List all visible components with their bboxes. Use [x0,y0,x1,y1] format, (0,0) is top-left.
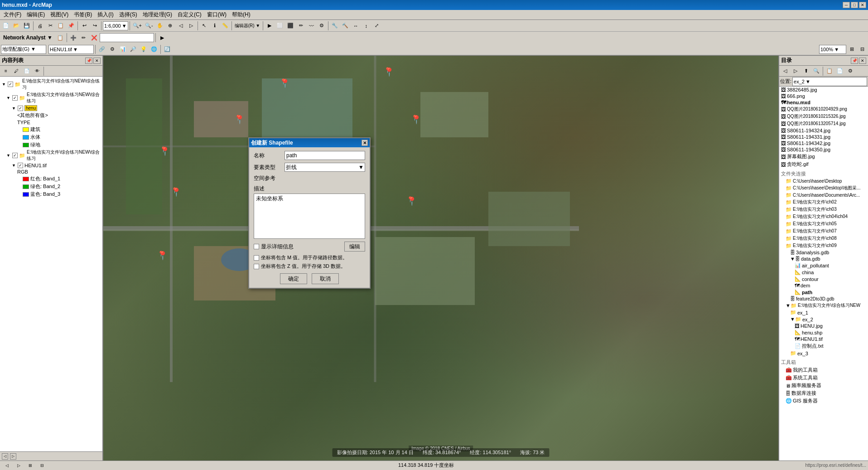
misc-btn6[interactable]: ⚙ [317,21,327,31]
cat-btn2[interactable]: ▷ [791,66,800,76]
cat-henu1-tif[interactable]: 🗺 HENU1.tif [779,336,868,342]
cat-btn3[interactable]: ⬆ [801,66,811,76]
cat-item-666[interactable]: 🖼 666.png [779,93,868,99]
misc-btn7[interactable]: 🔧 [330,21,340,31]
catalog-dock-btn[interactable]: 📌 [851,58,858,64]
zoom-in-btn[interactable]: 🔍+ [131,21,143,31]
map-pin-6[interactable]: 📍 [171,187,178,196]
catalog-close-btn[interactable]: ✕ [859,58,866,64]
toc-close-btn[interactable]: ✕ [93,58,101,64]
map-area[interactable]: 📍 📍 📍 📍 📍 📍 📍 📍 📍 Image © 2018 CNES / Ai… [103,56,778,460]
redo-btn[interactable]: ↪ [90,21,100,31]
toc-list-btn[interactable]: ≡ [1,66,11,76]
cat-item-screen[interactable]: 🖼 屏幕截图.jpg [779,153,868,160]
toc-type-field[interactable]: TYPE [1,119,101,126]
save-btn[interactable]: 💾 [22,21,32,31]
identify-btn[interactable]: ℹ [210,21,220,31]
menu-select[interactable]: 选择(S) [116,10,140,19]
na-btn3[interactable]: ✏ [79,33,89,43]
cat-item-s1[interactable]: 🖼 S80611-194324.jpg [779,127,868,134]
cat-ch03[interactable]: 📁 E:\地信实习文件\ch03 [779,206,868,213]
misc-btn9[interactable]: ↔ [351,21,361,31]
cat-gis-server[interactable]: 🌐 GIS 服务器 [779,397,868,405]
cat-btn1[interactable]: ◁ [780,66,790,76]
cat-feature2dto3d[interactable]: 🗄 feature2Dto3D.gdb [779,296,868,302]
zoom-fit-btn[interactable]: ⊞ [847,44,857,54]
ms-btn2[interactable]: ⚙ [107,44,117,54]
dialog-description-textarea[interactable]: 未知坐标系 [254,194,365,238]
cat-freq-server[interactable]: 🖥 频率频服务器 [779,382,868,389]
cat-china[interactable]: 📐 china [779,269,868,276]
cat-data-gdb[interactable]: ▼🗄 data.gdb [779,256,868,262]
toc-band-green[interactable]: 绿色: Band_2 [1,183,101,190]
toc-draw-btn[interactable]: 🖊 [11,66,21,76]
cat-desktop-2[interactable]: 📁 C:\Users\hasee\Desktop\地图采... [779,184,868,192]
cat-documents[interactable]: 📁 C:\Users\hasee\Documents\Arc... [779,192,868,199]
toc-henu1tif[interactable]: ▼ ✓ HENU1.tif [1,162,101,169]
cat-item-38826485[interactable]: 🖼 38826485.jpg [779,87,868,93]
toc-other-values[interactable]: <其他所有值> [1,111,101,119]
na-text-input[interactable] [100,33,154,42]
menu-file[interactable]: 文件(F) [1,10,24,19]
cat-item-s3[interactable]: 🖼 S80611-194342.jpg [779,140,868,146]
na-btn1[interactable]: 📋 [55,33,65,43]
toc-folder-1[interactable]: ▼ ✓ 📁 E:\地信实习文件\综合练习NEW\综合练习 [1,78,101,91]
copy-btn[interactable]: 📋 [56,21,66,31]
ms-btn5[interactable]: 💡 [139,44,149,54]
cat-ch07[interactable]: 📁 E:\地信实习文件\ch07 [779,228,868,235]
ms-btn4[interactable]: 🔎 [128,44,138,54]
misc-btn1[interactable]: ▶ [265,21,275,31]
toc-nav-right[interactable]: ▷ [10,453,16,460]
map-pin-4[interactable]: 📍 [411,115,419,124]
map-pin-3[interactable]: 📍 [235,115,242,124]
cat-item-qq2[interactable]: 🖼 QQ图片20180610215326.jpg [779,113,868,120]
cut-btn[interactable]: ✂ [45,21,55,31]
status-nav-btn4[interactable]: ⊟ [37,462,47,469]
menu-help[interactable]: 帮助(H) [229,10,253,19]
checkbox-1[interactable]: ✓ [8,82,13,87]
pan-btn[interactable]: ✋ [155,21,165,31]
toc-band-blue[interactable]: 蓝色: Band_3 [1,190,101,198]
undo-btn[interactable]: ↩ [79,21,89,31]
new-btn[interactable]: 📄 [1,21,11,31]
open-btn[interactable]: 📂 [11,21,21,31]
zoom-reset-btn[interactable]: ⊟ [857,44,867,54]
toc-folder-3[interactable]: ▼ ✓ 📁 E:\地信实习文件\综合练习NEW\综合练习 [1,149,101,162]
cat-henu-jpg[interactable]: 🖼 HENU.jpg [779,323,868,329]
cat-ch05[interactable]: 📁 E:\地信实习文件\ch05 [779,220,868,228]
toc-building[interactable]: 建筑 [1,126,101,133]
cat-item-qq1[interactable]: 🖼 QQ图片20180610204929.png [779,106,868,113]
toc-vis-btn[interactable]: 👁 [32,66,42,76]
editor-btn[interactable]: 编辑器(R) ▼ [233,21,262,31]
measure-btn[interactable]: 📏 [220,21,230,31]
toc-layer-henu[interactable]: ▼ ✓ henu [1,105,101,111]
next-extent-btn[interactable]: ▷ [186,21,196,31]
cat-path[interactable]: 📐 path [779,289,868,296]
ms-btn3[interactable]: 📊 [118,44,128,54]
cat-item-henu-mxd[interactable]: 🗺 henu.mxd [779,99,868,106]
na-btn4[interactable]: ❌ [89,33,99,43]
map-pin-8[interactable]: 📍 [158,251,165,260]
cat-btn4[interactable]: 🔍 [811,66,821,76]
dialog-edit-button[interactable]: 编辑 [344,242,365,252]
menu-geoprocessing[interactable]: 地理处理(G) [140,10,175,19]
prev-extent-btn[interactable]: ◁ [176,21,186,31]
cat-sys-toolbox[interactable]: 🧰 系统工具箱 [779,374,868,382]
zoom-out-btn[interactable]: 🔍- [144,21,154,31]
checkbox-henu[interactable]: ✓ [18,106,23,111]
cat-item-snake[interactable]: 🖼 贪吃蛇.gif [779,160,868,168]
misc-btn3[interactable]: ⬛ [285,21,295,31]
misc-btn5[interactable]: 〰 [306,21,316,31]
toc-green[interactable]: 绿地 [1,141,101,149]
toc-nav-left[interactable]: ◁ [2,453,8,460]
dialog-close-button[interactable]: ✕ [362,140,368,146]
network-analyst-label[interactable]: Network Analyst ▼ [1,33,55,42]
cat-btn7[interactable]: ⚙ [845,66,855,76]
toc-dock-btn[interactable]: 📌 [85,58,92,64]
dialog-ok-button[interactable]: 确定 [280,273,307,284]
map-pin-1[interactable]: 📍 [384,67,391,76]
cat-henu-shp[interactable]: 📐 henu.shp [779,329,868,336]
cat-item-qq3[interactable]: 🖼 QQ图片20180613205714.jpg [779,120,868,127]
toc-folder-2[interactable]: ▼ ✓ 📁 E:\地信实习文件\综合练习NEW\综合练习 [1,91,101,105]
cat-desktop-1[interactable]: 📁 C:\Users\hasee\Desktop [779,178,868,184]
